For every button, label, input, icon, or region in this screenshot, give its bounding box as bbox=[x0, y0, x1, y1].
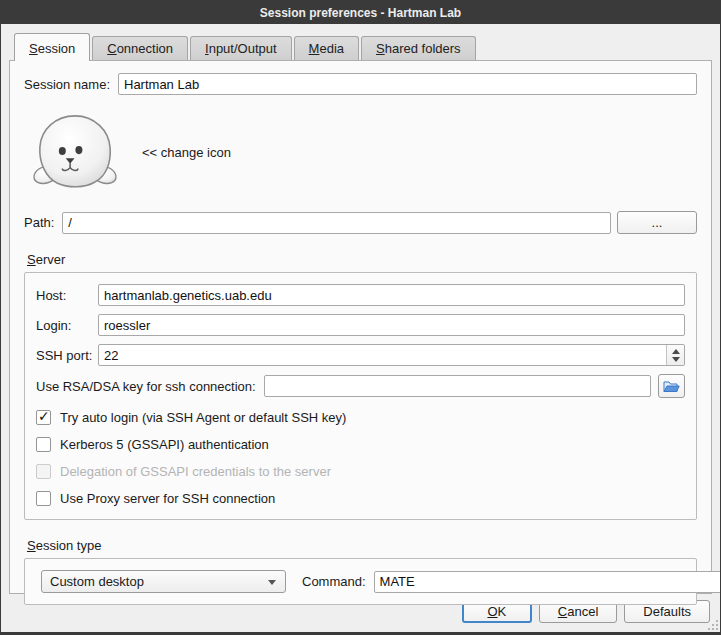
checkbox-use-proxy[interactable]: Use Proxy server for SSH connection bbox=[36, 491, 685, 506]
ssh-port-spin-buttons[interactable] bbox=[666, 345, 684, 365]
tab-bar: Session Connection Input/Output Media Sh… bbox=[1, 24, 720, 60]
session-type-groupbox: Custom desktop Command: bbox=[24, 558, 697, 605]
chevron-down-icon bbox=[268, 580, 276, 585]
command-label: Command: bbox=[302, 574, 366, 589]
tab-media[interactable]: Media bbox=[294, 36, 359, 60]
resize-grip[interactable] bbox=[707, 619, 719, 631]
checkbox-box[interactable] bbox=[36, 437, 51, 452]
window-title: Session preferences - Hartman Lab bbox=[260, 6, 461, 20]
path-input[interactable] bbox=[62, 212, 611, 234]
ssh-port-spinbox bbox=[98, 344, 685, 366]
spin-down-icon[interactable] bbox=[672, 357, 680, 362]
session-type-dropdown[interactable]: Custom desktop bbox=[41, 570, 286, 593]
change-icon-label[interactable]: << change icon bbox=[142, 145, 231, 160]
session-type-group-label: Session type bbox=[27, 538, 697, 553]
session-type-selected: Custom desktop bbox=[50, 574, 144, 589]
checkbox-label: Use Proxy server for SSH connection bbox=[60, 491, 275, 506]
login-label: Login: bbox=[36, 318, 98, 333]
rsa-key-browse-button[interactable] bbox=[658, 374, 685, 398]
titlebar: Session preferences - Hartman Lab bbox=[1, 1, 720, 24]
path-browse-button[interactable]: ... bbox=[617, 211, 697, 234]
open-folder-icon bbox=[663, 379, 680, 394]
rsa-key-label: Use RSA/DSA key for ssh connection: bbox=[36, 379, 256, 394]
ssh-port-input[interactable] bbox=[98, 344, 685, 366]
session-preferences-dialog: Session preferences - Hartman Lab Sessio… bbox=[0, 0, 721, 635]
checkbox-box[interactable] bbox=[36, 491, 51, 506]
seal-icon[interactable] bbox=[30, 112, 120, 192]
checkbox-kerberos[interactable]: Kerberos 5 (GSSAPI) authentication bbox=[36, 437, 685, 452]
server-group-label: Server bbox=[27, 252, 697, 267]
tab-session[interactable]: Session bbox=[14, 33, 90, 61]
host-input[interactable] bbox=[98, 284, 685, 306]
session-name-label: Session name: bbox=[24, 77, 110, 92]
server-checkbox-list: Try auto login (via SSH Agent or default… bbox=[36, 410, 685, 506]
host-label: Host: bbox=[36, 288, 98, 303]
session-name-input[interactable] bbox=[118, 73, 697, 95]
tab-input-output[interactable]: Input/Output bbox=[190, 36, 292, 60]
checkbox-label: Delegation of GSSAPI credentials to the … bbox=[60, 464, 331, 479]
login-input[interactable] bbox=[98, 314, 685, 336]
command-input[interactable] bbox=[374, 571, 721, 593]
path-label: Path: bbox=[24, 215, 54, 230]
server-groupbox: Host: Login: SSH port: Use RSA/DSA k bbox=[24, 272, 697, 520]
checkbox-try-auto-login[interactable]: Try auto login (via SSH Agent or default… bbox=[36, 410, 685, 425]
spin-up-icon[interactable] bbox=[672, 349, 680, 354]
checkbox-label: Kerberos 5 (GSSAPI) authentication bbox=[60, 437, 269, 452]
rsa-key-input[interactable] bbox=[264, 375, 651, 397]
checkbox-box bbox=[36, 464, 51, 479]
ssh-port-label: SSH port: bbox=[36, 348, 98, 363]
checkbox-box[interactable] bbox=[36, 410, 51, 425]
session-tab-page: Session name: << cha bbox=[9, 60, 712, 594]
checkbox-label: Try auto login (via SSH Agent or default… bbox=[60, 410, 346, 425]
checkbox-gssapi-delegation: Delegation of GSSAPI credentials to the … bbox=[36, 464, 685, 479]
tab-connection[interactable]: Connection bbox=[92, 36, 188, 60]
tab-shared-folders[interactable]: Shared folders bbox=[361, 36, 476, 60]
